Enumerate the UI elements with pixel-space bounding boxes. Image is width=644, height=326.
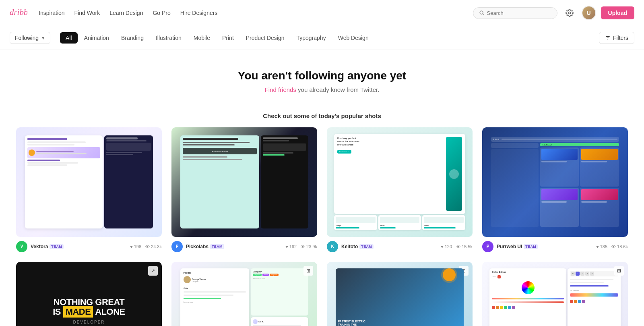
svg-text:dribbble: dribbble — [10, 7, 27, 17]
settings-button[interactable] — [562, 6, 577, 20]
author-avatar-4: P — [482, 241, 493, 252]
tab-typography[interactable]: Typography — [291, 32, 332, 44]
tab-mobile[interactable]: Mobile — [188, 32, 216, 44]
main-content: You aren't following anyone yet Find fri… — [0, 50, 644, 326]
nav-go-pro[interactable]: Go Pro — [153, 10, 170, 16]
likes-stat-4: ♥ 185 — [596, 244, 607, 249]
logo[interactable]: dribbble — [10, 6, 27, 19]
team-badge-1: TEAM — [50, 244, 64, 249]
svg-point-1 — [480, 11, 483, 14]
heart-icon-3: ♥ — [441, 244, 444, 249]
shot-card-1[interactable]: ⊞ — [16, 127, 162, 252]
shot-meta-3: K Keitoto TEAM ♥ 120 👁 15.5k — [327, 241, 473, 252]
nav-right: U Upload — [473, 6, 634, 20]
bookmark-icon-6: ⊞ — [303, 266, 313, 276]
nav-find-work[interactable]: Find Work — [74, 10, 100, 16]
views-stat-3: 👁 15.5k — [456, 244, 473, 249]
shot-card-8[interactable]: ⊞ Color Editor Color — [482, 262, 628, 326]
shot-card-5[interactable]: ↗ NOTHING GREATIS MADE ALONE Developer ◀… — [16, 262, 162, 326]
tab-branding[interactable]: Branding — [116, 32, 149, 44]
bookmark-icon-5: ↗ — [148, 266, 158, 276]
shot-thumbnail-2: ⊞ ▶ We Design Amazing — [171, 127, 317, 237]
eye-icon-2: 👁 — [301, 244, 305, 249]
bookmark-icon-2: ⊞ — [302, 131, 313, 143]
likes-stat-2: ♥ 162 — [285, 244, 297, 249]
author-info-4: Purrweb UI TEAM — [497, 244, 593, 249]
nav-inspiration[interactable]: Inspiration — [39, 10, 65, 16]
author-name-2: Pickolabs TEAM — [186, 244, 282, 249]
filters-button[interactable]: Filters — [599, 32, 634, 44]
tab-print[interactable]: Print — [217, 32, 239, 44]
search-input[interactable] — [487, 10, 551, 16]
likes-stat-3: ♥ 120 — [441, 244, 452, 249]
shot-stats-2: ♥ 162 👁 23.9k — [285, 244, 317, 249]
shot-card-4[interactable]: ⊞ — [482, 127, 628, 252]
tab-illustration[interactable]: Illustration — [150, 32, 187, 44]
settings-icon — [566, 9, 574, 17]
shot-thumbnail-5: ↗ NOTHING GREATIS MADE ALONE Developer ◀… — [16, 262, 162, 326]
heart-icon-2: ♥ — [285, 244, 288, 249]
tab-web-design[interactable]: Web Design — [332, 32, 374, 44]
shot-meta-4: P Purrweb UI TEAM ♥ 185 👁 18.6k — [482, 241, 628, 252]
search-icon — [479, 10, 485, 16]
search-bar[interactable] — [473, 7, 557, 19]
views-stat-2: 👁 23.9k — [301, 244, 317, 249]
avatar-initials: U — [586, 10, 590, 16]
views-stat-4: 👁 18.6k — [611, 244, 628, 249]
shot-stats-3: ♥ 120 👁 15.5k — [441, 244, 473, 249]
shot-thumbnail-6: ⊞ Profile George Tanner Designer Jobs — [171, 262, 317, 326]
shot-card-3[interactable]: ⊞ Find any perfectvenue for whereverlife… — [327, 127, 473, 252]
eye-icon: 👁 — [145, 244, 150, 249]
tab-all[interactable]: All — [60, 32, 78, 44]
author-name-3: Keitoto TEAM — [341, 244, 438, 249]
shot-card-2[interactable]: ⊞ ▶ We Design Amazing — [171, 127, 317, 252]
author-info-3: Keitoto TEAM — [341, 244, 438, 249]
tab-animation[interactable]: Animation — [78, 32, 115, 44]
author-name-4: Purrweb UI TEAM — [497, 244, 593, 249]
author-avatar-1: V — [16, 241, 27, 252]
bookmark-icon-3: ⊞ — [457, 131, 469, 143]
likes-stat-1: ♥ 198 — [130, 244, 141, 249]
shot-stats-1: ♥ 198 👁 24.3k — [130, 244, 162, 249]
heart-icon-4: ♥ — [596, 244, 599, 249]
team-badge-3: TEAM — [359, 244, 374, 249]
eye-icon-3: 👁 — [456, 244, 460, 249]
shot-card-7[interactable]: ⊞ Fastest ElectricTrain in theWorld 🚄 32… — [327, 262, 473, 326]
shot-card-6[interactable]: ⊞ Profile George Tanner Designer Jobs — [171, 262, 317, 326]
popular-shots-title: Check out some of today's popular shots — [16, 112, 628, 119]
shot-thumbnail-3: ⊞ Find any perfectvenue for whereverlife… — [327, 127, 473, 237]
shot-thumbnail-7: ⊞ Fastest ElectricTrain in theWorld 🚄 32… — [327, 262, 473, 326]
shot-stats-4: ♥ 185 👁 18.6k — [596, 244, 628, 249]
chevron-down-icon: ▼ — [41, 36, 45, 40]
shot-meta-1: V Vektora TEAM ♥ 198 👁 24.3k — [16, 241, 162, 252]
shot-thumbnail-8: ⊞ Color Editor Color — [482, 262, 628, 326]
nav-learn-design[interactable]: Learn Design — [109, 10, 143, 16]
team-badge-4: TEAM — [524, 244, 538, 249]
heart-icon: ♥ — [130, 244, 133, 249]
empty-text-after: you already know from Twitter. — [298, 86, 379, 93]
avatar[interactable]: U — [582, 6, 596, 20]
author-name-1: Vektora TEAM — [31, 244, 127, 249]
shot-meta-2: P Pickolabs TEAM ♥ 162 👁 23.9k — [171, 241, 317, 252]
author-info-2: Pickolabs TEAM — [186, 244, 282, 249]
following-dropdown[interactable]: Following ▼ — [10, 32, 50, 44]
shot-thumbnail-4: ⊞ — [482, 127, 628, 237]
nav-hire-designers[interactable]: Hire Designers — [180, 10, 218, 16]
find-friends-link[interactable]: Find friends — [265, 86, 296, 93]
nav-links: Inspiration Find Work Learn Design Go Pr… — [39, 10, 217, 16]
bookmark-icon: ⊞ — [147, 131, 158, 143]
bookmark-icon-8: ⊞ — [614, 266, 624, 276]
navbar: dribbble Inspiration Find Work Learn Des… — [0, 0, 644, 26]
shot-thumbnail-1: ⊞ — [16, 127, 162, 237]
svg-line-2 — [483, 14, 484, 15]
upload-button[interactable]: Upload — [601, 6, 634, 19]
filters-label: Filters — [613, 35, 628, 41]
tab-product-design[interactable]: Product Design — [240, 32, 290, 44]
empty-heading: You aren't following anyone yet — [16, 69, 628, 82]
eye-icon-4: 👁 — [611, 244, 616, 249]
filters-icon — [605, 35, 611, 41]
filter-bar: Following ▼ All Animation Branding Illus… — [0, 26, 644, 50]
following-label: Following — [15, 35, 39, 41]
bookmark-icon-4: ⊞ — [613, 131, 624, 143]
team-badge-2: TEAM — [210, 244, 224, 249]
